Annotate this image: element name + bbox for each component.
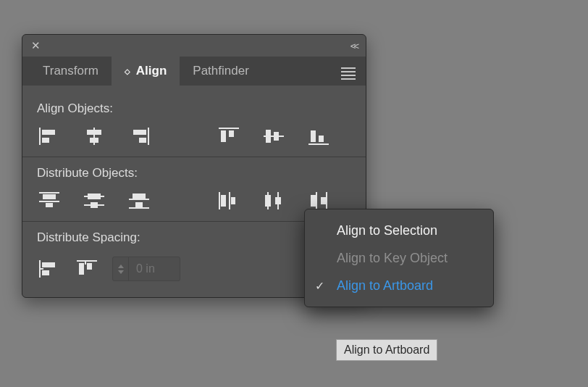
tab-bar: Transform Align Pathfinder — [22, 57, 366, 86]
vertical-align-top-icon[interactable] — [217, 126, 241, 146]
panel-header: ✕ << — [22, 35, 366, 57]
distribute-objects-label: Distribute Objects: — [37, 166, 351, 180]
tab-align[interactable]: Align — [112, 57, 180, 86]
stepper-icon[interactable] — [113, 257, 129, 280]
menu-item-label: Align to Key Object — [337, 251, 448, 266]
vertical-distribute-center-icon[interactable] — [82, 191, 106, 211]
vertical-align-center-icon[interactable] — [261, 126, 286, 146]
align-to-menu: Align to Selection Align to Key Object ✓… — [304, 209, 494, 307]
horizontal-distribute-right-icon[interactable] — [306, 191, 331, 211]
tab-transform[interactable]: Transform — [30, 57, 112, 86]
menu-item-align-to-key-object: Align to Key Object — [305, 244, 493, 272]
diamond-icon — [125, 67, 132, 75]
collapse-icon[interactable]: << — [350, 41, 357, 51]
vertical-align-bottom-icon[interactable] — [306, 126, 331, 146]
horizontal-distribute-center-icon[interactable] — [261, 191, 286, 211]
menu-item-label: Align to Artboard — [337, 278, 433, 294]
horizontal-align-center-icon[interactable] — [82, 126, 106, 146]
menu-item-label: Align to Selection — [337, 223, 437, 238]
separator — [22, 157, 366, 157]
tab-label: Align — [136, 64, 167, 78]
horizontal-distribute-left-icon[interactable] — [217, 191, 241, 211]
distribute-objects-row — [37, 191, 351, 211]
vertical-distribute-bottom-icon[interactable] — [127, 191, 151, 211]
check-icon: ✓ — [315, 279, 324, 293]
spacing-field[interactable] — [112, 257, 180, 281]
align-objects-row — [37, 126, 351, 146]
menu-item-align-to-selection[interactable]: Align to Selection — [305, 217, 493, 244]
spacing-input[interactable] — [129, 262, 180, 275]
tooltip-text: Align to Artboard — [344, 344, 429, 356]
tab-label: Pathfinder — [193, 64, 249, 78]
vertical-distribute-space-icon[interactable] — [37, 259, 62, 279]
horizontal-align-left-icon[interactable] — [37, 126, 62, 146]
align-objects-label: Align Objects: — [37, 101, 351, 116]
tooltip: Align to Artboard — [336, 339, 437, 361]
tab-pathfinder[interactable]: Pathfinder — [180, 57, 262, 86]
tab-label: Transform — [43, 64, 98, 78]
panel-menu-icon[interactable] — [341, 65, 356, 82]
horizontal-distribute-space-icon[interactable] — [75, 259, 99, 279]
vertical-distribute-top-icon[interactable] — [37, 191, 62, 211]
close-icon[interactable]: ✕ — [31, 40, 41, 51]
horizontal-align-right-icon[interactable] — [127, 126, 151, 146]
menu-item-align-to-artboard[interactable]: ✓ Align to Artboard — [305, 272, 493, 299]
